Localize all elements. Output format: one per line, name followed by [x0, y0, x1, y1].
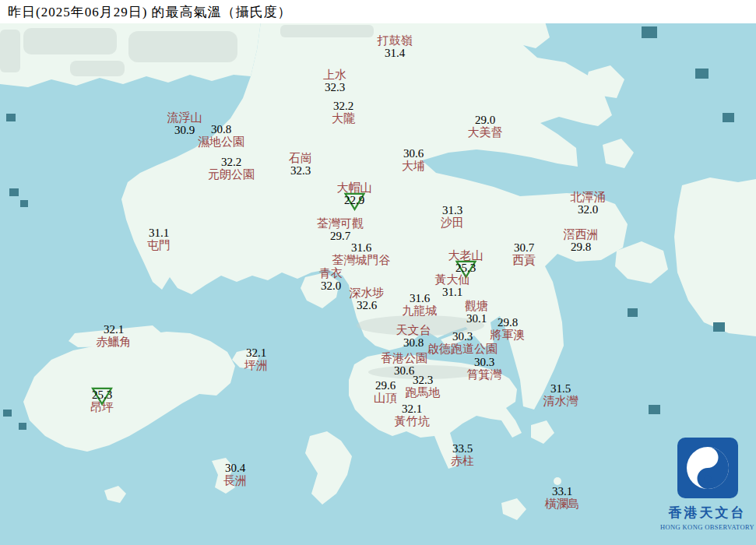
station-temp-wrap: 30.7 — [514, 241, 534, 254]
station-temp: 30.9 — [174, 124, 195, 136]
weather-station: 天文台 30.8 — [396, 324, 431, 349]
station-temp: 32.1 — [402, 403, 422, 415]
station-temp-wrap: 32.6 — [357, 299, 377, 311]
station-temp-wrap: 31.5 — [550, 382, 571, 395]
station-temp-wrap: 30.6 — [403, 147, 424, 160]
weather-station: 跑馬地 32.3 — [406, 374, 441, 399]
station-name: 黃竹坑 — [395, 415, 430, 427]
station-name: 荃灣城門谷 — [332, 254, 391, 266]
station-name: 跑馬地 — [406, 386, 441, 399]
station-name: 將軍澳 — [491, 329, 526, 341]
station-temp: 32.3 — [290, 164, 311, 177]
station-temp-wrap: 32.2 — [221, 156, 241, 168]
weather-station: 山頂 29.6 — [374, 379, 397, 404]
weather-station: 清水灣 31.5 — [543, 382, 578, 407]
station-temp-wrap: 32.3 — [413, 374, 433, 386]
station-temp-wrap: 25.3 — [92, 389, 112, 401]
station-temp: 32.2 — [221, 156, 241, 168]
station-temp: 30.7 — [514, 241, 534, 254]
weather-station: 深水埗 32.6 — [350, 287, 385, 311]
station-temp-wrap: 31.4 — [385, 47, 405, 59]
station-temp-wrap: 30.3 — [452, 330, 473, 343]
station-temp-wrap: 31.1 — [442, 286, 462, 298]
station-temp: 33.5 — [452, 442, 473, 455]
station-temp-wrap: 29.6 — [375, 379, 396, 392]
station-temp: 29.8 — [571, 241, 591, 253]
weather-station: 荃灣城門谷 31.6 — [332, 241, 391, 266]
station-temp: 29.8 — [498, 316, 518, 329]
station-name: 橫瀾島 — [545, 498, 580, 510]
station-temp-wrap: 32.2 — [333, 100, 353, 112]
weather-station: 北潭涌 32.0 — [571, 191, 606, 216]
station-name: 滘西洲 — [564, 228, 599, 241]
station-name: 坪洲 — [244, 359, 268, 371]
station-temp: 30.6 — [403, 147, 424, 160]
station-temp: 25.3 — [455, 262, 476, 274]
station-name: 清水灣 — [543, 395, 578, 407]
station-temp-wrap: 32.1 — [246, 346, 266, 359]
station-temp-wrap: 29.8 — [498, 316, 518, 329]
weather-station: 大美督 29.0 — [468, 114, 503, 139]
station-name: 觀塘 — [465, 300, 488, 312]
hko-logo-text-zh: 香港天文台 — [669, 504, 747, 522]
station-temp: 32.6 — [357, 299, 377, 311]
station-name: 天文台 — [396, 324, 431, 336]
station-temp: 31.1 — [149, 227, 169, 239]
station-temp: 32.0 — [578, 203, 598, 216]
station-temp-wrap: 30.8 — [211, 123, 231, 135]
station-name: 屯門 — [147, 239, 171, 251]
station-temp: 31.5 — [550, 382, 571, 395]
station-name: 長洲 — [223, 474, 247, 487]
station-temp: 32.1 — [104, 323, 124, 336]
weather-station: 坪洲 32.1 — [244, 346, 268, 371]
weather-station: 長洲 30.4 — [223, 462, 247, 487]
station-temp: 30.4 — [225, 462, 245, 474]
station-name: 大隴 — [332, 112, 355, 125]
station-temp-wrap: 32.0 — [578, 203, 598, 216]
station-temp: 29.6 — [375, 379, 396, 392]
station-name: 啟德跑道公園 — [427, 343, 498, 355]
weather-station: 沙田 31.3 — [441, 204, 464, 229]
station-name: 西貢 — [512, 254, 536, 266]
title-bar: 昨日(2025年06月29日) 的最高氣溫（攝氏度） — [0, 0, 756, 23]
station-temp-wrap: 30.1 — [466, 312, 487, 325]
weather-station: 大埔 30.6 — [402, 147, 425, 172]
station-temp-wrap: 32.1 — [402, 403, 422, 415]
weather-station: 青衣 32.0 — [319, 267, 343, 292]
station-name: 赤柱 — [451, 455, 474, 467]
station-temp: 32.1 — [246, 346, 266, 359]
weather-station: 滘西洲 29.8 — [564, 228, 599, 253]
weather-station: 觀塘 30.1 — [465, 300, 488, 325]
weather-station: 打鼓嶺 31.4 — [378, 34, 413, 59]
station-temp-wrap: 33.1 — [552, 485, 572, 498]
weather-station: 黃大仙 31.1 — [435, 273, 470, 298]
station-temp: 31.3 — [442, 204, 462, 216]
station-name: 北潭涌 — [571, 191, 606, 203]
station-temp-wrap: 30.8 — [403, 336, 424, 349]
station-name: 濕地公園 — [198, 135, 244, 148]
station-temp-wrap: 31.6 — [410, 292, 430, 304]
weather-station: 屯門 31.1 — [147, 227, 171, 251]
station-name: 赤鱲角 — [97, 336, 132, 348]
station-temp: 30.1 — [466, 312, 487, 325]
station-temp-wrap: 29.8 — [571, 241, 591, 253]
weather-station: 大老山 25.3 — [448, 249, 483, 274]
station-temp: 32.3 — [325, 81, 345, 93]
station-name: 香港公園 — [381, 352, 427, 364]
station-temp: 32.3 — [413, 374, 433, 386]
weather-station: 石崗 32.3 — [289, 152, 312, 177]
station-name: 筲箕灣 — [467, 368, 502, 381]
weather-station: 昂坪 25.3 — [90, 389, 114, 413]
station-name: 山頂 — [374, 392, 397, 404]
station-temp: 31.6 — [351, 241, 371, 254]
station-temp-wrap: 32.1 — [104, 323, 124, 336]
station-temp: 31.6 — [410, 292, 430, 304]
station-temp-wrap: 32.0 — [321, 280, 341, 292]
station-name: 深水埗 — [350, 287, 385, 299]
weather-station: 赤柱 33.5 — [451, 442, 474, 467]
station-temp: 25.3 — [92, 389, 112, 401]
station-temp: 30.3 — [452, 330, 473, 343]
station-temp: 31.1 — [442, 286, 462, 298]
station-name: 沙田 — [441, 216, 464, 229]
weather-station: 荃灣可觀 29.7 — [317, 217, 364, 242]
